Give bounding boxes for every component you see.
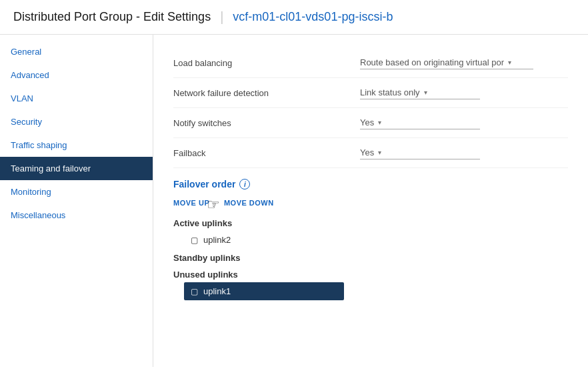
page-title: Distributed Port Group - Edit Settings xyxy=(13,10,211,24)
active-uplinks-label: Active uplinks xyxy=(173,214,568,231)
failover-actions: MOVE UP MOVE DOWN ☞ xyxy=(173,198,568,208)
move-down-button[interactable]: MOVE DOWN xyxy=(224,199,274,207)
notify-switches-arrow: ▾ xyxy=(378,119,381,126)
sidebar-item-teaming-failover[interactable]: Teaming and failover xyxy=(0,157,153,180)
sidebar-item-advanced[interactable]: Advanced xyxy=(0,63,153,87)
notify-switches-label: Notify switches xyxy=(173,118,360,128)
failover-info-icon[interactable]: i xyxy=(239,179,250,190)
sidebar-item-vlan[interactable]: VLAN xyxy=(0,87,153,110)
header-divider: | xyxy=(220,9,223,25)
network-failure-value: Link status only xyxy=(360,87,420,97)
uplink2-icon: ▢ xyxy=(191,236,198,245)
uplink1-icon: ▢ xyxy=(191,287,198,296)
network-failure-row: Network failure detection Link status on… xyxy=(173,78,568,108)
failback-value: Yes xyxy=(360,147,374,157)
network-failure-dropdown[interactable]: Link status only ▾ xyxy=(360,86,480,99)
move-actions-area: MOVE UP MOVE DOWN ☞ xyxy=(173,198,274,208)
main-content: Load balancing Route based on originatin… xyxy=(153,35,588,367)
standby-uplinks-label: Standby uplinks xyxy=(173,249,568,266)
main-layout: General Advanced VLAN Security Traffic s… xyxy=(0,35,588,367)
sidebar-item-monitoring[interactable]: Monitoring xyxy=(0,180,153,204)
failback-dropdown[interactable]: Yes ▾ xyxy=(360,146,480,159)
unused-uplinks-label: Unused uplinks xyxy=(173,266,568,282)
sidebar: General Advanced VLAN Security Traffic s… xyxy=(0,35,153,367)
network-failure-label: Network failure detection xyxy=(173,88,360,98)
failback-row: Failback Yes ▾ xyxy=(173,138,568,168)
network-failure-arrow: ▾ xyxy=(424,89,427,96)
load-balancing-arrow: ▾ xyxy=(508,59,511,66)
load-balancing-label: Load balancing xyxy=(173,58,360,68)
failover-section: Failover order i MOVE UP MOVE DOWN ☞ Act… xyxy=(173,179,568,300)
load-balancing-value: Route based on originating virtual por xyxy=(360,57,504,67)
load-balancing-dropdown[interactable]: Route based on originating virtual por ▾ xyxy=(360,56,533,69)
notify-switches-row: Notify switches Yes ▾ xyxy=(173,108,568,138)
notify-switches-dropdown[interactable]: Yes ▾ xyxy=(360,116,480,129)
notify-switches-value: Yes xyxy=(360,117,374,127)
sidebar-item-security[interactable]: Security xyxy=(0,110,153,133)
failover-title: Failover order i xyxy=(173,179,568,190)
failback-label: Failback xyxy=(173,148,360,158)
uplink1-label: uplink1 xyxy=(203,286,231,296)
sidebar-item-traffic-shaping[interactable]: Traffic shaping xyxy=(0,133,153,157)
uplink1-item[interactable]: ▢ uplink1 xyxy=(184,282,344,300)
sidebar-item-miscellaneous[interactable]: Miscellaneous xyxy=(0,204,153,227)
uplink2-item[interactable]: ▢ uplink2 xyxy=(184,231,568,249)
move-up-button[interactable]: MOVE UP xyxy=(173,199,209,207)
sidebar-item-general[interactable]: General xyxy=(0,40,153,63)
load-balancing-row: Load balancing Route based on originatin… xyxy=(173,48,568,78)
failback-arrow: ▾ xyxy=(378,149,381,156)
uplink2-label: uplink2 xyxy=(203,235,231,245)
header-subtitle: vcf-m01-cl01-vds01-pg-iscsi-b xyxy=(233,10,393,24)
header: Distributed Port Group - Edit Settings |… xyxy=(0,0,588,35)
